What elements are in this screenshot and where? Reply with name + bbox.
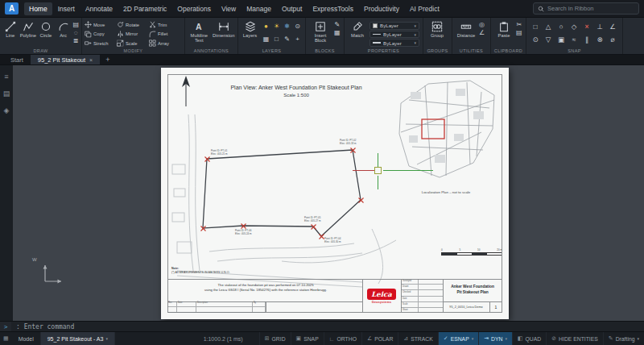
snap-intersection-icon[interactable]: ×	[585, 23, 589, 31]
toggle-snap[interactable]: ▣SNAP	[291, 332, 324, 345]
close-tab-icon[interactable]: ×	[89, 57, 93, 63]
drawing-workspace[interactable]: ≡ ▤ ◈ W	[0, 65, 644, 321]
insert-block-button[interactable]: Insert Block	[308, 20, 332, 47]
model-tab[interactable]: Model	[12, 332, 41, 345]
stretch-button[interactable]: Stretch	[85, 39, 117, 48]
toggle-strack[interactable]: ⊿STRACK	[398, 332, 437, 345]
toggle-ortho[interactable]: ∟ORTHO	[324, 332, 361, 345]
block-edit-icon[interactable]: ✎	[334, 22, 341, 28]
layers-button[interactable]: Layers	[241, 20, 259, 47]
arc-button[interactable]: Arc	[56, 20, 72, 47]
color-dropdown[interactable]: ByLayer▾	[369, 22, 419, 30]
menu-insert[interactable]: Insert	[53, 2, 80, 15]
menu-manage[interactable]: Manage	[242, 2, 276, 15]
fillet-button[interactable]: Fillet	[149, 30, 181, 39]
layer-freeze-icon[interactable]: ❄	[284, 23, 290, 30]
region-icon[interactable]: ≣	[72, 38, 79, 44]
menu-productivity[interactable]: Productivity	[359, 2, 404, 15]
polyline-button[interactable]: Polyline	[20, 20, 36, 47]
properties-panel-icon[interactable]: ◈	[4, 107, 10, 114]
tab-current-drawing[interactable]: 95_2 Pit Stakeout ×	[31, 55, 100, 64]
lineweight-dropdown[interactable]: ByLayer▾	[369, 39, 419, 47]
group-icon	[431, 21, 443, 32]
toggle-quad[interactable]: ◧QUAD	[512, 332, 546, 345]
trim-button[interactable]: Trim	[149, 20, 181, 30]
toggle-esnap[interactable]: ✓ESNAP▾	[438, 332, 478, 345]
circle-button[interactable]: Circle	[38, 20, 54, 47]
snap-nearest-icon[interactable]: ▽	[546, 36, 551, 44]
stretch-icon	[85, 39, 92, 47]
snap-parallel-icon[interactable]: ∥	[585, 36, 588, 44]
snap-tangent-icon[interactable]: ⊗	[597, 36, 602, 44]
menu-operations[interactable]: Operations	[172, 2, 216, 15]
layers-icon	[245, 21, 256, 32]
id-point-icon[interactable]: ◎	[479, 22, 485, 28]
sheets-panel-icon[interactable]: ▤	[3, 90, 10, 98]
hatch-icon[interactable]: ▤	[72, 22, 79, 28]
snap-midpoint-icon[interactable]: △	[546, 23, 551, 31]
ucs-icon	[39, 259, 66, 286]
command-line[interactable]: > : Enter command	[0, 321, 644, 331]
snap-angle-icon[interactable]: ∠	[609, 23, 616, 31]
cut-icon[interactable]: ✂	[516, 22, 522, 28]
menu-view[interactable]: View	[217, 2, 241, 15]
layer-isolate-icon[interactable]: □	[275, 36, 279, 43]
scale-button[interactable]: Scale	[117, 39, 149, 48]
command-input[interactable]: : Enter command	[11, 322, 74, 331]
menu-2d-parametric[interactable]: 2D Parametric	[118, 2, 171, 15]
layout-tab[interactable]: 95_2 Pit Stakeout - A3▾	[41, 332, 115, 345]
app-logo[interactable]: A	[5, 2, 19, 15]
snap-center-icon[interactable]: ○	[559, 23, 563, 31]
layer-new-icon[interactable]: +	[295, 36, 299, 43]
array-button[interactable]: Array	[149, 39, 181, 48]
menu-panel-icon[interactable]: ≡	[4, 73, 8, 81]
layer-lock-icon[interactable]: ⊙	[295, 23, 300, 30]
measure-angle-icon[interactable]: ∠	[479, 30, 485, 36]
toggle-label: QUAD	[526, 336, 542, 342]
match-properties-button[interactable]: Match	[347, 20, 368, 47]
lineweight-icon	[373, 42, 381, 44]
menu-output[interactable]: Output	[277, 2, 308, 15]
block-attributes-icon[interactable]: ▦	[334, 30, 341, 36]
snap-endpoint-icon[interactable]: □	[533, 23, 537, 31]
group-button[interactable]: Group	[426, 20, 448, 47]
linetype-dropdown[interactable]: ByLayer▾	[369, 31, 419, 39]
move-button[interactable]: Move	[85, 20, 117, 30]
toggle-dyn[interactable]: ⇥DYN▾	[478, 332, 512, 345]
menu-ai-predict[interactable]: AI Predict	[405, 2, 444, 15]
snap-none-icon[interactable]: ⌀	[610, 36, 614, 44]
rotate-button[interactable]: Rotate	[117, 20, 149, 30]
ortho-icon: ∟	[329, 336, 335, 342]
check-icon: ✓	[444, 335, 448, 342]
ribbon-search-input[interactable]: Search in Ribbon	[533, 2, 639, 15]
toggle-grid[interactable]: ⊞GRID	[259, 332, 291, 345]
copy-clip-icon[interactable]: ▤	[516, 30, 522, 36]
copy-button[interactable]: Copy	[85, 30, 117, 39]
layer-visibility-icon[interactable]: ●	[264, 23, 268, 30]
layer-thaw-icon[interactable]: ☀	[274, 23, 279, 30]
snap-extension-icon[interactable]: ≈	[572, 36, 576, 44]
menu-annotate[interactable]: Annotate	[80, 2, 118, 15]
snap-perpendicular-icon[interactable]: ⊥	[597, 23, 602, 31]
layer-properties-icon[interactable]: ▦	[263, 36, 270, 43]
multiline-text-button[interactable]: AMultiline Text	[188, 20, 211, 47]
layer-edit-icon[interactable]: ✎	[284, 36, 290, 43]
boundary-icon[interactable]: ◌	[72, 30, 79, 36]
new-tab-button[interactable]: +	[100, 55, 115, 64]
menu-home[interactable]: Home	[24, 2, 52, 15]
toggle-polar[interactable]: ∠POLAR	[361, 332, 398, 345]
distance-button[interactable]: Distance	[455, 20, 477, 47]
line-button[interactable]: Line	[2, 20, 19, 47]
menu-expresstools[interactable]: ExpressTools	[308, 2, 358, 15]
toggle-hide-entities[interactable]: ⊘HIDE ENTITIES	[546, 332, 603, 345]
snap-icon: ▣	[296, 335, 302, 342]
dimension-button[interactable]: Dimension	[213, 20, 236, 47]
snap-quadrant-icon[interactable]: ◇	[572, 23, 577, 31]
snap-node-icon[interactable]: ⊙	[532, 36, 538, 44]
workspace-switcher[interactable]: ✎Drafting▾	[603, 332, 644, 345]
snap-insertion-icon[interactable]: ▣	[558, 36, 564, 44]
paste-button[interactable]: Paste	[493, 20, 514, 47]
mirror-button[interactable]: Mirror	[117, 30, 149, 39]
tool-label: Move	[93, 23, 105, 27]
tab-start[interactable]: Start	[3, 55, 31, 64]
